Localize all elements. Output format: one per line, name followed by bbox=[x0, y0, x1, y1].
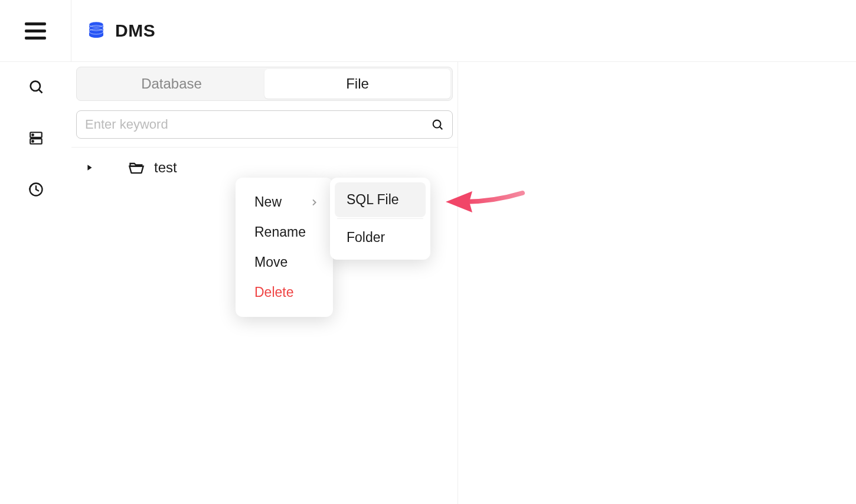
context-menu-rename[interactable]: Rename bbox=[236, 217, 333, 247]
left-rail bbox=[0, 62, 71, 504]
server-nav-button[interactable] bbox=[28, 130, 44, 148]
side-panel: Database File test bbox=[71, 62, 458, 504]
app-header: DMS bbox=[0, 0, 856, 62]
menu-item-label: New bbox=[254, 194, 282, 210]
menu-item-label: SQL File bbox=[347, 192, 399, 208]
context-submenu-new: SQL File Folder bbox=[330, 178, 430, 260]
search-icon[interactable] bbox=[431, 118, 444, 131]
main-canvas bbox=[458, 62, 856, 504]
search-nav-button[interactable] bbox=[28, 78, 44, 97]
tree-folder-row[interactable]: test bbox=[71, 156, 458, 179]
svg-point-8 bbox=[32, 134, 34, 136]
history-nav-button[interactable] bbox=[28, 181, 44, 200]
panel-tabs: Database File bbox=[76, 67, 453, 101]
file-tree: test bbox=[71, 147, 458, 179]
menu-item-label: Delete bbox=[254, 284, 293, 300]
svg-point-4 bbox=[30, 81, 40, 91]
search-input[interactable] bbox=[85, 117, 431, 132]
context-menu-new[interactable]: New bbox=[236, 187, 333, 217]
svg-point-11 bbox=[433, 120, 441, 128]
svg-line-5 bbox=[38, 90, 42, 93]
hamburger-area bbox=[0, 0, 71, 61]
search-icon bbox=[28, 78, 44, 95]
context-menu-delete[interactable]: Delete bbox=[236, 277, 333, 307]
submenu-folder[interactable]: Folder bbox=[335, 220, 426, 255]
svg-marker-13 bbox=[87, 165, 92, 171]
context-menu: New Rename Move Delete bbox=[236, 178, 333, 317]
main-layout: Database File test bbox=[0, 62, 856, 504]
menu-item-label: Rename bbox=[254, 224, 306, 240]
submenu-sql-file[interactable]: SQL File bbox=[335, 182, 426, 217]
panel-search[interactable] bbox=[76, 110, 453, 139]
menu-item-label: Move bbox=[254, 254, 287, 270]
app-title: DMS bbox=[115, 21, 155, 41]
tab-file[interactable]: File bbox=[264, 69, 450, 99]
folder-open-icon bbox=[128, 161, 145, 175]
context-menu-move[interactable]: Move bbox=[236, 247, 333, 277]
menu-divider bbox=[337, 218, 423, 219]
tree-item-label: test bbox=[154, 159, 177, 176]
brand: DMS bbox=[71, 20, 155, 41]
chevron-right-icon bbox=[309, 198, 319, 207]
server-icon bbox=[28, 130, 44, 146]
svg-point-9 bbox=[32, 140, 34, 142]
menu-hamburger-button[interactable] bbox=[25, 22, 46, 40]
svg-line-12 bbox=[440, 127, 442, 129]
caret-right-icon[interactable] bbox=[86, 164, 94, 171]
history-icon bbox=[28, 181, 44, 198]
tab-database[interactable]: Database bbox=[79, 69, 264, 99]
database-stack-icon bbox=[86, 20, 107, 41]
menu-item-label: Folder bbox=[347, 230, 385, 246]
